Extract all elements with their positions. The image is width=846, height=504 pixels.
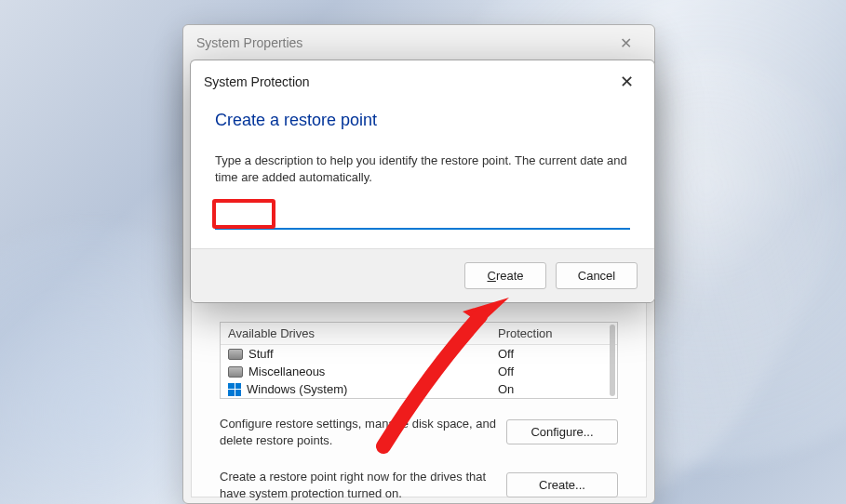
drives-header: Available Drives Protection [221, 323, 617, 345]
column-header-protection: Protection [498, 326, 610, 340]
close-icon[interactable]: ✕ [612, 70, 641, 94]
restore-point-description-input[interactable] [215, 206, 630, 230]
disk-icon [228, 349, 243, 360]
drive-name: Miscellaneous [248, 365, 498, 378]
input-container [191, 193, 654, 248]
scrollbar[interactable] [610, 325, 615, 396]
drive-protection: Off [498, 347, 610, 361]
modal-title: System Protection [204, 74, 310, 89]
table-row[interactable]: Miscellaneous Off [221, 363, 617, 380]
cancel-button[interactable]: Cancel [556, 262, 638, 289]
windows-icon [228, 383, 241, 396]
drive-name: Windows (System) [247, 382, 498, 396]
drive-name: Stuff [248, 347, 498, 361]
drive-protection: Off [498, 365, 610, 378]
modal-footer: Create Cancel [191, 248, 654, 302]
create-button[interactable]: Create [464, 262, 546, 289]
disk-icon [228, 366, 243, 378]
table-row[interactable]: Stuff Off [221, 345, 617, 363]
table-row[interactable]: Windows (System) On [221, 380, 617, 398]
modal-titlebar: System Protection ✕ [191, 60, 654, 98]
configure-description: Configure restore settings, manage disk … [220, 416, 497, 448]
create-description: Create a restore point right now for the… [220, 469, 497, 501]
parent-titlebar: System Properties ✕ [183, 25, 654, 60]
modal-description: Type a description to help you identify … [191, 139, 654, 193]
parent-window-title: System Properties [196, 35, 302, 50]
configure-button[interactable]: Configure... [506, 419, 618, 444]
system-protection-dialog: System Protection ✕ Create a restore poi… [190, 60, 655, 303]
create-restore-point-button[interactable]: Create... [506, 472, 618, 497]
column-header-drives: Available Drives [228, 326, 498, 340]
create-section: Create a restore point right now for the… [220, 469, 618, 501]
configure-section: Configure restore settings, manage disk … [220, 416, 618, 448]
modal-heading: Create a restore point [191, 98, 654, 139]
close-icon[interactable]: ✕ [611, 31, 641, 56]
drives-listbox[interactable]: Available Drives Protection Stuff Off Mi… [220, 322, 618, 399]
drive-protection: On [498, 382, 610, 396]
